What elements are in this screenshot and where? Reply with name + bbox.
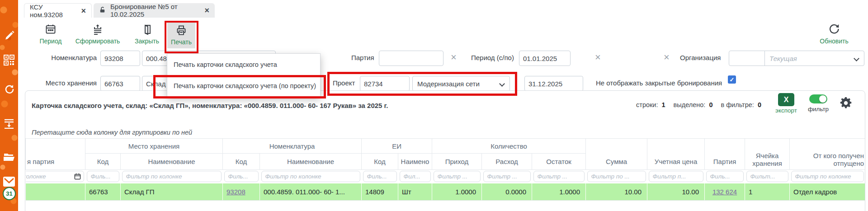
- column-header-batch[interactable]: Партия: [705, 139, 745, 170]
- period-to-input[interactable]: [524, 76, 583, 91]
- notification-badge[interactable]: 31: [3, 187, 16, 200]
- filter-input[interactable]: [587, 171, 646, 182]
- grid-stats: строки:1 выделено:0 в фильтре:0: [636, 101, 766, 108]
- period-from-input[interactable]: [519, 51, 571, 66]
- project-code-input[interactable]: [360, 76, 410, 91]
- batch-input[interactable]: [379, 51, 443, 66]
- qr-code-icon[interactable]: [4, 55, 14, 67]
- group-header-unit[interactable]: ЕИ: [362, 139, 432, 154]
- filter-input[interactable]: [649, 171, 703, 182]
- project-label: Проект: [333, 79, 355, 87]
- nomenclature-code-link[interactable]: 93208: [226, 188, 245, 196]
- storage-code-input[interactable]: [100, 76, 140, 91]
- lock-open-icon: [99, 6, 106, 14]
- filter-toggle[interactable]: [809, 94, 827, 103]
- close-button[interactable]: Закрыть: [130, 23, 164, 45]
- column-header-cell[interactable]: Ячейка хранения: [745, 139, 790, 170]
- cell-price: 10.00: [647, 183, 705, 201]
- tab-close-icon[interactable]: ×: [81, 7, 86, 15]
- filter-input[interactable]: [434, 171, 481, 182]
- cell-received-from: Отдел кадров: [790, 183, 865, 201]
- column-header-nom-code[interactable]: Код: [223, 154, 260, 170]
- filter-input[interactable]: [261, 171, 360, 182]
- filter-input[interactable]: [706, 171, 744, 182]
- project-value: Модернизация сети: [417, 80, 480, 88]
- column-header-sum[interactable]: Сумма: [586, 139, 647, 170]
- list-download-icon[interactable]: [4, 118, 14, 131]
- cell-sum: 10.00: [586, 183, 647, 201]
- column-header-rest[interactable]: Остаток: [532, 154, 586, 170]
- generate-button[interactable]: Сформировать: [71, 23, 124, 45]
- tab-booking[interactable]: Бронирование №5 от 10.02.2025 ×: [94, 3, 215, 18]
- cell-unit-name: Шт: [398, 183, 432, 201]
- close-label: Закрыть: [135, 38, 159, 45]
- cell-income: 1.0000: [432, 183, 482, 201]
- cell-expense: 0.0000: [482, 183, 532, 201]
- hide-closed-checkbox[interactable]: ✓: [728, 75, 736, 84]
- filter-input[interactable]: [224, 171, 259, 182]
- cell-storage-cell: 1: [745, 183, 790, 201]
- tab-close-icon[interactable]: ×: [204, 6, 209, 14]
- cell-nomenclature-name: 000.4859. 011.000- 60- 1...: [260, 183, 362, 201]
- filter-input[interactable]: [533, 171, 585, 182]
- organization-select[interactable]: Текущая: [764, 51, 864, 66]
- column-header-nom-name[interactable]: Наименование: [260, 154, 362, 170]
- nomenclature-code-input[interactable]: [100, 51, 140, 66]
- tab-ksu-label: КСУ ном.93208: [30, 3, 76, 19]
- column-header-unit-name[interactable]: Наимено: [398, 154, 432, 170]
- in-filter-count: 0: [758, 101, 761, 108]
- organization-label: Организация: [680, 54, 721, 61]
- column-header-batch-partial[interactable]: я партия: [26, 139, 85, 170]
- refresh-button[interactable]: Обновить: [814, 23, 854, 45]
- tab-ksu[interactable]: КСУ ном.93208 ×: [24, 3, 92, 18]
- hide-closed-label: Не отображать закрытые бронирования: [596, 79, 722, 87]
- app-sidebar: 31: [0, 0, 18, 211]
- folder-icon[interactable]: [3, 151, 15, 164]
- chevron-down-icon: [499, 81, 505, 87]
- edit-pencil-icon[interactable]: [4, 30, 14, 42]
- column-header-received-from[interactable]: От кого получен отпущено: [790, 139, 865, 170]
- column-header-storage-code[interactable]: Код: [85, 154, 121, 170]
- table-row[interactable]: 66763 Склад ГП 93208 000.4859. 011.000- …: [26, 183, 865, 201]
- cell-storage-code: 66763: [85, 183, 121, 201]
- cell-batch-date: [26, 183, 85, 201]
- filter-input[interactable]: [483, 171, 531, 182]
- column-header-storage-name[interactable]: Наименование: [121, 154, 223, 170]
- clear-batch-icon[interactable]: ×: [451, 52, 457, 62]
- group-header-quantity[interactable]: Количество: [432, 139, 586, 154]
- filter-toggle-label: фильтр: [808, 106, 829, 113]
- project-select[interactable]: Модернизация сети: [412, 76, 510, 91]
- rows-label: строки:: [636, 101, 658, 108]
- menu-item-print-card-by-project[interactable]: Печать карточки складского учета (по про…: [167, 75, 320, 96]
- menu-item-print-card[interactable]: Печать карточки складского учета: [167, 54, 320, 75]
- refresh-label: Обновить: [820, 38, 848, 45]
- period-button[interactable]: Период: [38, 23, 64, 45]
- column-header-price[interactable]: Учетная цена: [647, 139, 705, 170]
- filter-input[interactable]: [363, 171, 397, 182]
- clear-organization-icon[interactable]: ×: [664, 52, 670, 62]
- calendar-icon[interactable]: [74, 173, 81, 182]
- group-header-nomenclature[interactable]: Номенклатура: [223, 139, 362, 154]
- cell-unit-code: 14809: [362, 183, 398, 201]
- group-header-storage[interactable]: Место хранения: [85, 139, 223, 154]
- cell-storage-name: Склад ГП: [121, 183, 223, 201]
- batch-link[interactable]: 132 624: [712, 188, 737, 196]
- filter-input[interactable]: [122, 171, 222, 182]
- data-grid: я партия Место хранения Номенклатура ЕИ …: [25, 138, 865, 201]
- excel-export-button[interactable]: X экспорт: [774, 93, 798, 114]
- sync-refresh-icon[interactable]: [4, 84, 14, 96]
- filter-input[interactable]: [400, 171, 431, 182]
- column-header-income[interactable]: Приход: [432, 154, 482, 170]
- printer-icon: [175, 24, 187, 36]
- column-header-unit-code[interactable]: Код: [362, 154, 398, 170]
- filter-input[interactable]: [87, 171, 119, 182]
- print-button[interactable]: Печать: [167, 23, 195, 48]
- filter-toggle-block[interactable]: фильтр: [807, 94, 830, 113]
- organization-code-input[interactable]: [729, 51, 765, 66]
- column-header-expense[interactable]: Расход: [482, 154, 532, 170]
- rows-count: 1: [662, 101, 665, 108]
- settings-gear-icon[interactable]: [839, 96, 853, 112]
- filter-input[interactable]: [791, 171, 864, 182]
- clear-period-icon[interactable]: ×: [595, 52, 601, 62]
- filter-input[interactable]: [746, 171, 788, 182]
